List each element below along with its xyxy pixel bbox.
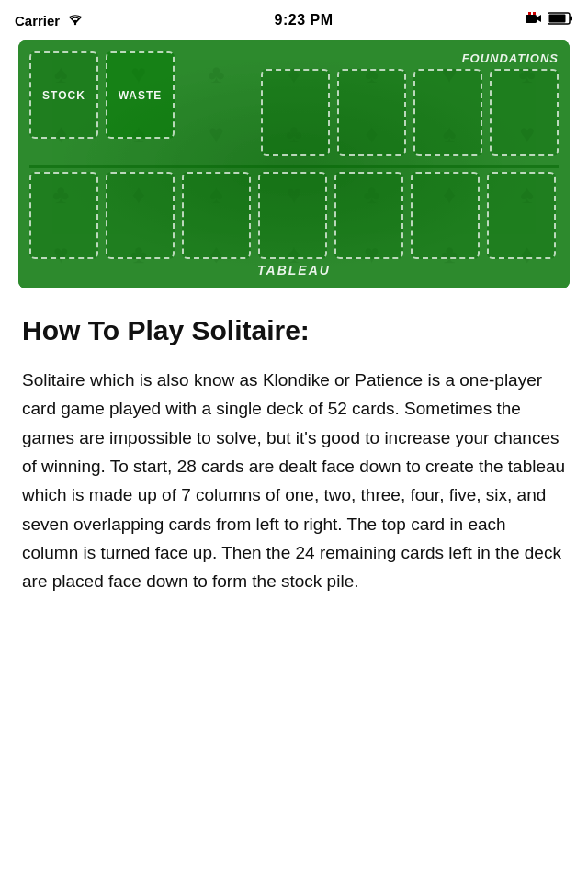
foundation-slot-3[interactable] xyxy=(413,69,482,156)
battery-icon xyxy=(548,11,573,29)
page-title: How To Play Solitaire: xyxy=(22,314,566,347)
h-divider xyxy=(29,165,559,168)
tableau-slot-5[interactable] xyxy=(334,172,403,259)
time-label: 9:23 PM xyxy=(275,12,334,28)
stock-slot[interactable]: STOCK xyxy=(29,51,98,139)
status-right xyxy=(524,9,573,31)
tableau-slot-3[interactable] xyxy=(182,172,251,259)
tableau-area: TABLEAU xyxy=(29,172,559,277)
record-icon xyxy=(524,9,542,31)
svg-rect-7 xyxy=(570,17,572,21)
description-text: Solitaire which is also know as Klondike… xyxy=(22,366,566,596)
game-board: ♠♥♣ ♦♠♥ ♣♦♠ ♥♣♦ ♠♥♣ ♦♠♥ ♣♦♠ ♥♣♦ ♠♥♣ ♦ ST… xyxy=(18,40,570,288)
status-left: Carrier xyxy=(15,13,84,28)
svg-point-0 xyxy=(74,22,76,24)
svg-marker-2 xyxy=(537,15,541,22)
tableau-slot-6[interactable] xyxy=(411,172,480,259)
foundation-slot-2[interactable] xyxy=(337,69,406,156)
svg-rect-4 xyxy=(533,12,536,15)
wifi-icon xyxy=(67,13,84,28)
svg-rect-3 xyxy=(528,12,531,15)
content-section: How To Play Solitaire: Solitaire which i… xyxy=(0,288,588,622)
foundation-slot-1[interactable] xyxy=(261,69,330,156)
stock-label: STOCK xyxy=(42,89,85,102)
waste-slot[interactable]: WASTE xyxy=(106,51,175,139)
tableau-slots xyxy=(29,172,559,259)
foundations-area: FOUNDATIONS xyxy=(244,51,559,156)
foundation-slot-4[interactable] xyxy=(490,69,559,156)
tableau-slot-7[interactable] xyxy=(487,172,556,259)
foundations-slots xyxy=(261,69,559,156)
tableau-label: TABLEAU xyxy=(29,263,559,277)
tableau-slot-1[interactable] xyxy=(29,172,98,259)
tableau-slot-4[interactable] xyxy=(258,172,327,259)
svg-rect-1 xyxy=(526,15,537,23)
svg-rect-6 xyxy=(548,15,565,23)
tableau-slot-2[interactable] xyxy=(106,172,175,259)
carrier-label: Carrier xyxy=(15,13,60,28)
foundations-label: FOUNDATIONS xyxy=(462,51,559,65)
top-row: STOCK WASTE FOUNDATIONS xyxy=(29,51,559,156)
status-bar: Carrier 9:23 PM xyxy=(0,0,588,40)
waste-label: WASTE xyxy=(119,89,163,102)
